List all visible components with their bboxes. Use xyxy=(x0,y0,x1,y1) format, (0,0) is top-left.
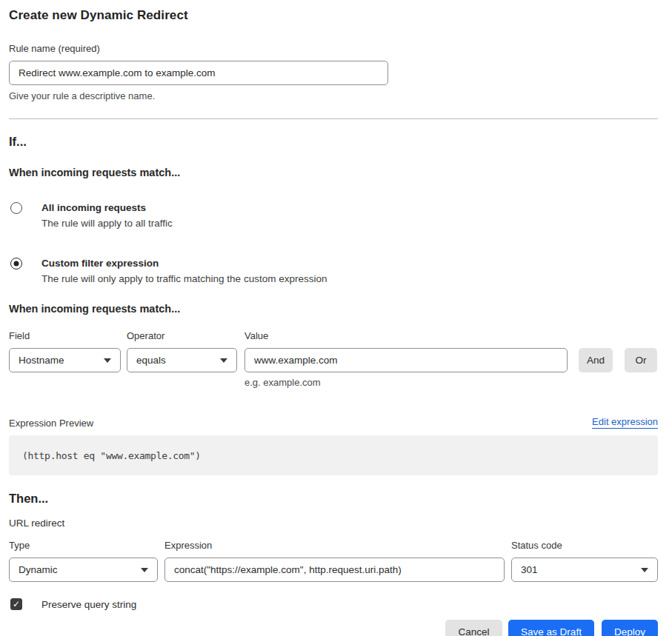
type-label: Type xyxy=(9,540,158,552)
chevron-down-icon xyxy=(641,568,648,572)
status-code-select-value: 301 xyxy=(521,564,538,575)
operator-label: Operator xyxy=(127,330,237,342)
status-code-label: Status code xyxy=(511,540,658,552)
value-label: Value xyxy=(244,330,568,342)
or-button[interactable]: Or xyxy=(625,348,657,372)
and-button[interactable]: And xyxy=(579,348,613,372)
type-select[interactable]: Dynamic xyxy=(9,558,158,582)
filter-match-heading: When incoming requests match... xyxy=(9,303,658,315)
field-select-value: Hostname xyxy=(19,355,64,366)
field-label: Field xyxy=(9,330,121,342)
radio-icon[interactable] xyxy=(10,202,22,214)
section-divider xyxy=(9,118,658,119)
preserve-query-string-row[interactable]: Preserve query string xyxy=(9,598,658,610)
operator-select-value: equals xyxy=(136,355,166,366)
chevron-down-icon xyxy=(104,358,111,363)
create-redirect-page: Create new Dynamic Redirect Rule name (r… xyxy=(9,0,658,636)
url-redirect-label: URL redirect xyxy=(9,518,658,529)
checkbox-icon[interactable] xyxy=(10,598,22,610)
field-select[interactable]: Hostname xyxy=(9,348,121,372)
deploy-button[interactable]: Deploy xyxy=(602,620,658,636)
expression-label: Expression xyxy=(164,540,505,552)
radio-icon[interactable] xyxy=(10,258,22,270)
if-heading: If... xyxy=(9,135,658,149)
value-help: e.g. example.com xyxy=(244,377,568,389)
rule-name-help: Give your rule a descriptive name. xyxy=(9,90,658,102)
expression-input[interactable] xyxy=(164,558,505,582)
radio-option-label: Custom filter expression xyxy=(41,257,327,270)
page-title: Create new Dynamic Redirect xyxy=(9,8,658,23)
if-match-heading: When incoming requests match... xyxy=(9,167,658,178)
radio-option-all-incoming-requests[interactable]: All incoming requests The rule will appl… xyxy=(9,201,658,230)
expression-preview-code-block: (http.host eq "www.example.com") xyxy=(9,435,658,475)
filter-builder-row: Field Hostname Operator equals Value e.g… xyxy=(9,330,658,389)
expression-preview-label: Expression Preview xyxy=(9,418,93,429)
save-as-draft-button[interactable]: Save as Draft xyxy=(508,620,594,636)
radio-option-description: The rule will apply to all traffic xyxy=(41,217,173,230)
cancel-button[interactable]: Cancel xyxy=(445,620,502,636)
then-heading: Then... xyxy=(9,492,658,506)
preserve-query-string-label: Preserve query string xyxy=(41,599,136,610)
rule-name-input[interactable] xyxy=(9,61,388,85)
action-buttons: Cancel Save as Draft Deploy xyxy=(9,620,658,636)
chevron-down-icon xyxy=(220,358,227,363)
edit-expression-link[interactable]: Edit expression xyxy=(592,416,658,429)
value-input[interactable] xyxy=(244,348,568,372)
radio-option-label: All incoming requests xyxy=(41,201,173,214)
radio-option-custom-filter-expression[interactable]: Custom filter expression The rule will o… xyxy=(9,257,658,285)
rule-name-label: Rule name (required) xyxy=(9,43,658,55)
type-select-value: Dynamic xyxy=(19,564,58,575)
expression-preview-code: (http.host eq "www.example.com") xyxy=(22,450,201,461)
radio-option-description: The rule will only apply to traffic matc… xyxy=(41,272,327,285)
redirect-config-row: Type Dynamic Expression Status code 301 xyxy=(9,540,658,582)
status-code-select[interactable]: 301 xyxy=(511,558,658,582)
operator-select[interactable]: equals xyxy=(127,348,237,372)
chevron-down-icon xyxy=(141,568,148,572)
